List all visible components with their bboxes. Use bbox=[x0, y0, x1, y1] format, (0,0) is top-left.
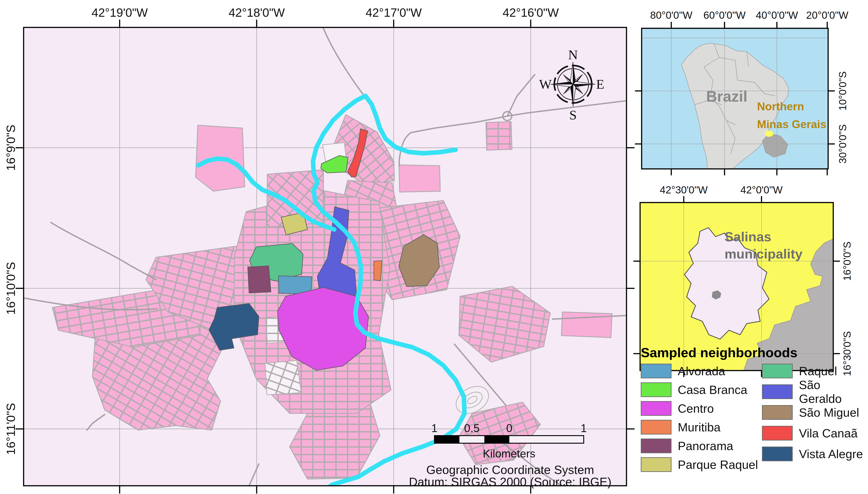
scale-label-1: 0.5 bbox=[464, 422, 480, 435]
legend-label: Raquel bbox=[799, 364, 837, 378]
legend-column-left: Alvorada Casa Branca Centro Muritiba Pan… bbox=[641, 364, 758, 472]
legend-label: São Geraldo bbox=[799, 378, 866, 405]
legend-swatch-parque-raquel bbox=[641, 457, 672, 472]
main-y-label-0: 16°9'0"S bbox=[4, 125, 18, 171]
scale-unit-label: Kilometers bbox=[483, 447, 535, 460]
legend-title: Sampled neighborhoods bbox=[641, 345, 866, 360]
legend-label: Centro bbox=[678, 401, 714, 415]
legend-swatch-alvorada bbox=[641, 364, 672, 378]
main-y-label-1: 16°10'0"S bbox=[4, 262, 18, 315]
legend-item-centro: Centro bbox=[641, 401, 758, 416]
salinas-x-label-0: 42°30'0"W bbox=[660, 184, 708, 196]
compass-e-label: E bbox=[596, 77, 604, 92]
salinas-municipality-label-line1: Salinas bbox=[725, 228, 771, 245]
legend-swatch-panorama bbox=[641, 438, 672, 453]
legend-swatch-vista-alegre bbox=[762, 446, 793, 461]
main-x-label-2: 42°17'0"W bbox=[366, 5, 422, 19]
brazil-x-label-1: 60°0'0"W bbox=[703, 9, 746, 21]
salinas-x-label-1: 42°0'0"W bbox=[740, 184, 783, 196]
compass-w-label: W bbox=[539, 77, 552, 92]
legend-label: Parque Raquel bbox=[678, 458, 758, 472]
legend-label: Alvorada bbox=[678, 364, 725, 378]
scale-label-3: 1 bbox=[581, 422, 587, 435]
brazil-x-label-0: 80°0'0"W bbox=[650, 9, 692, 21]
legend-swatch-casa-branca bbox=[641, 382, 672, 397]
legend: Sampled neighborhoods Alvorada Casa Bran… bbox=[641, 345, 866, 360]
legend-label: Vila Canaã bbox=[799, 426, 857, 440]
scale-label-2: 0 bbox=[506, 422, 513, 435]
compass-s-label: S bbox=[569, 108, 577, 122]
northern-minas-gerais-label-line1: Northern bbox=[757, 100, 804, 113]
main-x-label-0: 42°19'0"W bbox=[92, 5, 148, 19]
brazil-x-label-2: 40°0'0"W bbox=[756, 9, 798, 21]
legend-item-muritiba: Muritiba bbox=[641, 420, 758, 435]
legend-swatch-centro bbox=[641, 401, 672, 416]
legend-swatch-raquel bbox=[762, 364, 793, 378]
legend-label: Panorama bbox=[678, 439, 733, 453]
legend-item-panorama: Panorama bbox=[641, 438, 758, 453]
main-x-label-1: 42°18'0"W bbox=[229, 5, 285, 19]
compass-n-label: N bbox=[568, 48, 578, 62]
northern-minas-gerais-label-line2: Minas Gerais bbox=[757, 118, 826, 131]
main-x-label-3: 42°16'0"W bbox=[503, 5, 559, 19]
crs-line-1: Geographic Coordinate System bbox=[426, 463, 594, 477]
legend-item-sao-geraldo: São Geraldo bbox=[762, 384, 866, 399]
legend-label: Muritiba bbox=[678, 420, 720, 434]
legend-swatch-muritiba bbox=[641, 420, 672, 435]
brazil-y-label-1: 30°0'0"S bbox=[836, 124, 849, 164]
legend-column-right: Raquel São Geraldo São Miguel Vila Canaã… bbox=[762, 364, 866, 461]
legend-item-vila-canaa: Vila Canaã bbox=[762, 426, 866, 440]
main-map: N S E W bbox=[16, 20, 635, 494]
legend-item-vista-alegre: Vista Alegre bbox=[762, 446, 866, 461]
salinas-municipality-label-line2: municipality bbox=[725, 246, 803, 262]
scale-bar bbox=[435, 436, 584, 443]
legend-swatch-sao-miguel bbox=[762, 405, 793, 420]
crs-line-2: Datum: SIRGAS 2000 (Source: IBGE) bbox=[409, 475, 611, 489]
legend-item-parque-raquel: Parque Raquel bbox=[641, 457, 758, 472]
main-y-label-2: 16°11'0"S bbox=[4, 403, 18, 455]
legend-item-sao-miguel: São Miguel bbox=[762, 405, 866, 420]
brazil-y-label-0: 10°0'0"S bbox=[836, 71, 849, 111]
legend-label: Vista Alegre bbox=[799, 447, 863, 461]
legend-item-alvorada: Alvorada bbox=[641, 364, 758, 378]
legend-swatch-sao-geraldo bbox=[762, 384, 793, 399]
scale-label-0: 1 bbox=[431, 422, 438, 435]
figure-canvas: N S E W bbox=[0, 0, 868, 494]
brazil-x-label-3: 20°0'0"W bbox=[806, 9, 848, 21]
legend-item-raquel: Raquel bbox=[762, 364, 866, 378]
salinas-y-label-0: 16°0'0"S bbox=[841, 242, 853, 281]
legend-swatch-vila-canaa bbox=[762, 426, 793, 440]
legend-item-casa-branca: Casa Branca bbox=[641, 382, 758, 397]
brazil-country-label: Brazil bbox=[706, 88, 747, 105]
legend-label: Casa Branca bbox=[678, 383, 747, 397]
legend-label: São Miguel bbox=[799, 405, 859, 419]
